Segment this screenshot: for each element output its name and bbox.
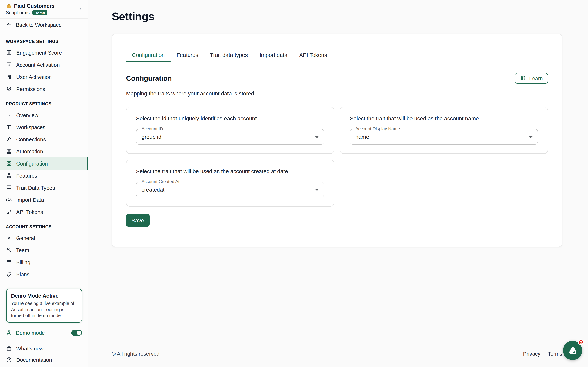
sidebar-item-general[interactable]: General bbox=[0, 232, 88, 244]
sidebar-item-engagement-score[interactable]: Engagement Score bbox=[0, 47, 88, 59]
shield-check-icon bbox=[6, 86, 12, 92]
sidebar-footer: What's new Documentation bbox=[0, 341, 88, 367]
item-label: Import Data bbox=[16, 197, 44, 203]
item-label: Documentation bbox=[16, 357, 52, 363]
chevron-right-icon bbox=[78, 6, 83, 12]
demo-card-body: You're seeing a live example of Accoil i… bbox=[11, 301, 77, 319]
screen-stage: $ Paid Customers SnapForms Demo Back to … bbox=[0, 0, 588, 367]
demo-badge: Demo bbox=[32, 10, 47, 16]
tab-import-data[interactable]: Import data bbox=[254, 47, 294, 62]
sidebar-item-billing[interactable]: Billing bbox=[0, 256, 88, 268]
tab-configuration[interactable]: Configuration bbox=[126, 47, 171, 62]
demo-mode-toggle[interactable] bbox=[71, 330, 82, 336]
tab-trait-data-types[interactable]: Trait data types bbox=[204, 47, 254, 62]
section-account-settings: ACCOUNT SETTINGS bbox=[6, 225, 82, 229]
sidebar-item-permissions[interactable]: Permissions bbox=[0, 83, 88, 95]
sidebar-item-documentation[interactable]: Documentation bbox=[0, 354, 88, 366]
sidebar-item-whats-new[interactable]: What's new bbox=[0, 343, 88, 354]
item-label: Permissions bbox=[16, 86, 45, 92]
learn-button[interactable]: Learn bbox=[515, 73, 548, 84]
sidebar-item-connections[interactable]: Connections bbox=[0, 133, 88, 145]
account-created-at-select[interactable]: Account Created At createdat bbox=[136, 182, 324, 197]
sidebar-item-automation[interactable]: Automation bbox=[0, 145, 88, 158]
demo-mode-row[interactable]: Demo mode bbox=[0, 327, 88, 339]
account-display-name-select[interactable]: Account Display Name name bbox=[350, 129, 538, 145]
privacy-link[interactable]: Privacy bbox=[523, 351, 540, 357]
section-header: Configuration Learn bbox=[126, 73, 548, 84]
book-open-icon bbox=[520, 75, 526, 82]
tab-features[interactable]: Features bbox=[171, 47, 204, 62]
select-label: Account ID bbox=[140, 126, 165, 131]
section-workspace-settings: WORKSPACE SETTINGS bbox=[6, 39, 82, 44]
terms-link[interactable]: Terms bbox=[548, 351, 562, 357]
sidebar-item-plans[interactable]: Plans bbox=[0, 268, 88, 280]
users-icon bbox=[6, 247, 12, 253]
sidebar-item-user-activation[interactable]: User Activation bbox=[0, 71, 88, 83]
toggle-knob bbox=[77, 331, 81, 335]
account-id-box: Select the id that uniquely identifies e… bbox=[126, 107, 334, 154]
user-activation-icon bbox=[6, 74, 12, 80]
app-window: $ Paid Customers SnapForms Demo Back to … bbox=[0, 0, 588, 367]
robot-icon bbox=[6, 148, 12, 155]
sidebar-item-team[interactable]: Team bbox=[0, 244, 88, 256]
sidebar-nav: WORKSPACE SETTINGS Engagement Score Acco… bbox=[0, 31, 88, 280]
select-label: Account Display Name bbox=[354, 126, 402, 131]
settings-tabs: Configuration Features Trait data types … bbox=[126, 47, 548, 62]
demo-mode-label: Demo mode bbox=[16, 330, 45, 336]
save-button[interactable]: Save bbox=[126, 214, 150, 227]
chat-launcher[interactable]: 2 bbox=[563, 341, 582, 360]
item-label: Plans bbox=[16, 271, 30, 277]
engagement-score-icon bbox=[6, 50, 12, 56]
svg-text:$: $ bbox=[8, 5, 9, 8]
sidebar-item-configuration[interactable]: Configuration bbox=[0, 158, 88, 170]
sidebar-item-workspaces[interactable]: Workspaces bbox=[0, 121, 88, 133]
help-circle-icon bbox=[6, 357, 12, 363]
cloud-upload-icon bbox=[6, 197, 12, 203]
arrow-left-icon bbox=[6, 22, 12, 28]
key-icon bbox=[6, 209, 12, 215]
layout-icon bbox=[6, 124, 12, 130]
sidebar-item-api-tokens[interactable]: API Tokens bbox=[0, 206, 88, 218]
account-id-select[interactable]: Account ID group id bbox=[136, 129, 324, 145]
item-label: Features bbox=[16, 173, 37, 179]
field-grid: Select the id that uniquely identifies e… bbox=[126, 107, 548, 207]
item-label: Account Activation bbox=[16, 62, 60, 68]
item-label: Automation bbox=[16, 149, 43, 154]
section-product-settings: PRODUCT SETTINGS bbox=[6, 102, 82, 106]
sidebar-item-import-data[interactable]: Import Data bbox=[0, 194, 88, 206]
chat-unread-badge: 2 bbox=[578, 340, 584, 345]
copyright-text: © All rights reserved bbox=[112, 351, 159, 357]
select-label: Account Created At bbox=[140, 179, 181, 184]
section-description: Mapping the traits where your account da… bbox=[126, 90, 548, 97]
item-label: User Activation bbox=[16, 74, 52, 80]
caret-down-icon bbox=[529, 135, 533, 138]
sidebar-item-overview[interactable]: Overview bbox=[0, 109, 88, 121]
workspace-name: Paid Customers bbox=[14, 3, 55, 9]
gift-icon bbox=[6, 345, 12, 351]
sidebar-item-features[interactable]: Features bbox=[0, 170, 88, 182]
section-title: Configuration bbox=[126, 74, 172, 82]
money-bag-icon: $ bbox=[6, 3, 12, 9]
chart-line-icon bbox=[6, 112, 12, 118]
account-created-at-box: Select the trait that will be used as th… bbox=[126, 160, 334, 207]
sidebar-item-account-activation[interactable]: Account Activation bbox=[0, 59, 88, 71]
back-to-workspace[interactable]: Back to Workspace bbox=[0, 19, 88, 31]
select-value: group id bbox=[141, 133, 161, 140]
item-label: Overview bbox=[16, 112, 38, 118]
caret-down-icon bbox=[315, 135, 319, 138]
account-activation-icon bbox=[6, 62, 12, 68]
learn-label: Learn bbox=[529, 75, 543, 81]
select-value: name bbox=[355, 133, 369, 140]
credit-card-icon bbox=[6, 259, 12, 265]
workspace-switcher[interactable]: $ Paid Customers SnapForms Demo bbox=[0, 0, 88, 19]
flask-icon bbox=[6, 330, 12, 336]
tab-api-tokens[interactable]: API Tokens bbox=[293, 47, 333, 62]
server-stack-icon bbox=[6, 185, 12, 191]
back-label: Back to Workspace bbox=[16, 22, 61, 28]
sidebar-item-trait-data-types[interactable]: Trait Data Types bbox=[0, 182, 88, 194]
item-label: Engagement Score bbox=[16, 50, 62, 56]
item-label: Team bbox=[16, 247, 29, 253]
page-footer: © All rights reserved Privacy Terms bbox=[112, 351, 562, 367]
sliders-icon bbox=[6, 235, 12, 241]
accoil-logo-icon bbox=[568, 346, 578, 355]
